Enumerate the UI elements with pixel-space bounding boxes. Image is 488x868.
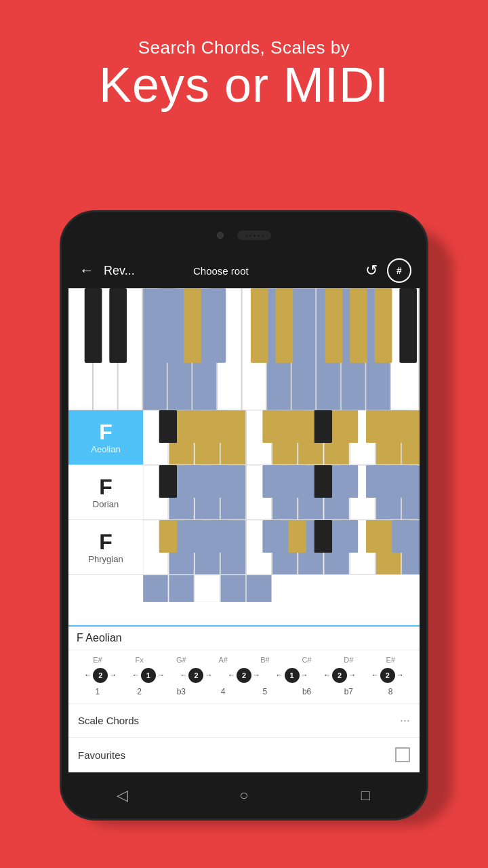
- app-title: Rev...: [104, 264, 186, 278]
- svg-rect-39: [185, 410, 203, 443]
- favourites-checkbox[interactable]: [395, 747, 410, 762]
- svg-rect-24: [375, 288, 392, 363]
- scale-note-phrygian: F: [99, 531, 113, 553]
- svg-rect-42: [289, 410, 306, 443]
- scale-type: Aeolian: [91, 444, 120, 454]
- svg-rect-85: [314, 520, 332, 553]
- svg-rect-16: [109, 288, 127, 363]
- svg-rect-59: [159, 465, 177, 498]
- svg-rect-21: [275, 288, 293, 363]
- svg-rect-61: [211, 465, 228, 498]
- degree-b7: b7: [335, 687, 362, 696]
- scale-list[interactable]: F Aeolian: [68, 410, 420, 625]
- piano-keyboard[interactable]: [68, 288, 420, 410]
- reset-button[interactable]: ↺: [365, 262, 378, 279]
- note-C#: C#: [293, 656, 321, 664]
- svg-rect-17: [159, 288, 176, 363]
- svg-rect-22: [325, 288, 343, 363]
- nav-recent-button[interactable]: □: [348, 782, 382, 809]
- front-camera-icon: [217, 232, 224, 239]
- svg-rect-88: [392, 520, 409, 553]
- scale-mini-piano-dorian: [143, 465, 420, 519]
- nav-back-button[interactable]: ◁: [106, 782, 140, 809]
- svg-rect-90: [143, 575, 168, 602]
- phone-bottom-nav: ◁ ○ □: [62, 772, 426, 818]
- phone-screen: ← Rev... Choose root ↺ #: [68, 253, 420, 772]
- bottom-panel: F Aeolian E# Fx G# A# B# C# D# E#: [68, 625, 420, 772]
- note-Fx: Fx: [126, 656, 153, 664]
- degree-row: 1 2 b3 4 5 b6 b7 8: [71, 686, 417, 701]
- sharp-button[interactable]: #: [387, 258, 411, 283]
- degree-b6: b6: [293, 687, 321, 696]
- interval-diagram: E# Fx G# A# B# C# D# E# ←2→ ←1→ ←: [68, 650, 420, 703]
- scale-chords-label: Scale Chords: [78, 715, 400, 726]
- scale-item-f-phrygian[interactable]: F Phrygian: [68, 520, 420, 575]
- scale-item-partial[interactable]: [68, 575, 420, 625]
- speaker-grille: [237, 231, 271, 240]
- favourites-label: Favourites: [78, 749, 395, 761]
- scale-mini-piano-phrygian: [143, 520, 420, 574]
- svg-rect-43: [314, 410, 332, 443]
- scale-note: F: [99, 421, 113, 443]
- svg-rect-64: [314, 465, 332, 498]
- svg-rect-18: [184, 288, 201, 363]
- svg-rect-92: [195, 575, 220, 602]
- title: Keys or MIDI: [0, 58, 488, 112]
- degree-8: 8: [377, 687, 404, 696]
- scale-item-f-dorian[interactable]: F Dorian: [68, 465, 420, 520]
- svg-rect-15: [85, 288, 102, 363]
- svg-rect-66: [366, 465, 384, 498]
- svg-rect-19: [209, 288, 226, 363]
- svg-rect-86: [340, 520, 358, 553]
- svg-rect-82: [211, 520, 228, 553]
- back-button[interactable]: ←: [77, 262, 97, 279]
- svg-rect-63: [289, 465, 306, 498]
- svg-rect-38: [159, 410, 177, 443]
- svg-rect-94: [247, 575, 272, 602]
- note-E#2: E#: [377, 656, 404, 664]
- scale-chords-item[interactable]: Scale Chords ···: [68, 704, 420, 738]
- degree-1: 1: [84, 687, 111, 696]
- svg-rect-46: [392, 410, 409, 443]
- top-text-area: Search Chords, Scales by Keys or MIDI: [0, 37, 488, 112]
- degree-4: 4: [209, 687, 237, 696]
- phone-frame: ← Rev... Choose root ↺ #: [60, 210, 428, 821]
- notes-row: E# Fx G# A# B# C# D# E#: [71, 656, 417, 664]
- degree-2: 2: [126, 687, 153, 696]
- svg-rect-60: [185, 465, 203, 498]
- scale-note-dorian: F: [99, 476, 113, 498]
- scale-label-f-aeolian: F Aeolian: [68, 410, 143, 465]
- svg-rect-91: [169, 575, 194, 602]
- note-G#: G#: [167, 656, 195, 664]
- favourites-item[interactable]: Favourites: [68, 738, 420, 772]
- svg-rect-67: [392, 465, 409, 498]
- nav-home-button[interactable]: ○: [227, 782, 261, 809]
- svg-rect-44: [340, 410, 358, 443]
- note-B#: B#: [251, 656, 279, 664]
- svg-rect-41: [262, 410, 280, 443]
- choose-root-label: Choose root: [193, 265, 359, 277]
- bottom-actions: Scale Chords ··· Favourites: [68, 703, 420, 772]
- svg-rect-62: [262, 465, 280, 498]
- svg-rect-23: [350, 288, 367, 363]
- scale-info-header: F Aeolian: [68, 627, 420, 650]
- phone-top-bar: [62, 212, 426, 258]
- svg-rect-10: [291, 288, 316, 410]
- svg-rect-83: [262, 520, 280, 553]
- svg-rect-25: [399, 288, 417, 363]
- svg-rect-81: [185, 520, 203, 553]
- scale-mini-piano-aeolian: [143, 410, 420, 465]
- scale-type-phrygian: Phrygian: [88, 554, 123, 564]
- svg-rect-93: [221, 575, 246, 602]
- note-D#: D#: [335, 656, 362, 664]
- note-A#: A#: [209, 656, 237, 664]
- svg-rect-87: [366, 520, 384, 553]
- svg-rect-65: [340, 465, 358, 498]
- scale-item-f-aeolian[interactable]: F Aeolian: [68, 410, 420, 465]
- svg-rect-84: [289, 520, 306, 553]
- scale-type-dorian: Dorian: [93, 499, 119, 509]
- degree-b3: b3: [167, 687, 195, 696]
- degree-5: 5: [251, 687, 279, 696]
- scale-label-f-phrygian: F Phrygian: [68, 520, 143, 574]
- subtitle: Search Chords, Scales by: [0, 37, 488, 58]
